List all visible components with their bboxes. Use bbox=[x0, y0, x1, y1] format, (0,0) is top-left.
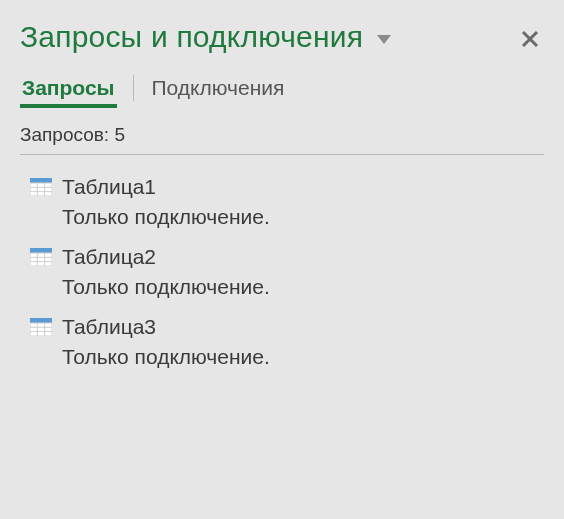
queries-connections-pane: Запросы и подключения Запросы Подключени… bbox=[0, 0, 564, 379]
svg-rect-10 bbox=[30, 253, 52, 266]
query-item[interactable]: Таблица3 Только подключение. bbox=[20, 309, 544, 379]
query-item[interactable]: Таблица2 Только подключение. bbox=[20, 239, 544, 309]
query-item[interactable]: Таблица1 Только подключение. bbox=[20, 169, 544, 239]
close-icon bbox=[521, 30, 539, 48]
query-item-header: Таблица2 bbox=[30, 245, 544, 269]
query-name: Таблица1 bbox=[62, 175, 156, 199]
table-icon bbox=[30, 248, 52, 266]
tab-queries[interactable]: Запросы bbox=[20, 72, 117, 108]
tab-bar: Запросы Подключения bbox=[20, 72, 544, 108]
svg-rect-9 bbox=[30, 248, 52, 253]
pane-menu-dropdown[interactable] bbox=[373, 29, 395, 51]
query-item-header: Таблица3 bbox=[30, 315, 544, 339]
svg-rect-3 bbox=[30, 178, 52, 183]
tab-connections[interactable]: Подключения bbox=[150, 72, 287, 108]
table-icon bbox=[30, 318, 52, 336]
table-icon bbox=[30, 178, 52, 196]
query-name: Таблица3 bbox=[62, 315, 156, 339]
pane-header: Запросы и подключения bbox=[20, 20, 544, 54]
caret-down-icon bbox=[377, 35, 391, 45]
close-button[interactable] bbox=[516, 25, 544, 53]
tab-divider bbox=[133, 75, 134, 101]
query-name: Таблица2 bbox=[62, 245, 156, 269]
svg-rect-16 bbox=[30, 323, 52, 336]
query-item-header: Таблица1 bbox=[30, 175, 544, 199]
query-status: Только подключение. bbox=[62, 345, 544, 369]
query-count-label: Запросов: 5 bbox=[20, 124, 544, 155]
query-status: Только подключение. bbox=[62, 205, 544, 229]
pane-title: Запросы и подключения bbox=[20, 20, 363, 54]
query-status: Только подключение. bbox=[62, 275, 544, 299]
title-group: Запросы и подключения bbox=[20, 20, 395, 54]
svg-rect-4 bbox=[30, 183, 52, 196]
svg-rect-15 bbox=[30, 318, 52, 323]
query-list: Таблица1 Только подключение. Таблица2 То… bbox=[20, 169, 544, 379]
svg-marker-0 bbox=[377, 35, 391, 44]
